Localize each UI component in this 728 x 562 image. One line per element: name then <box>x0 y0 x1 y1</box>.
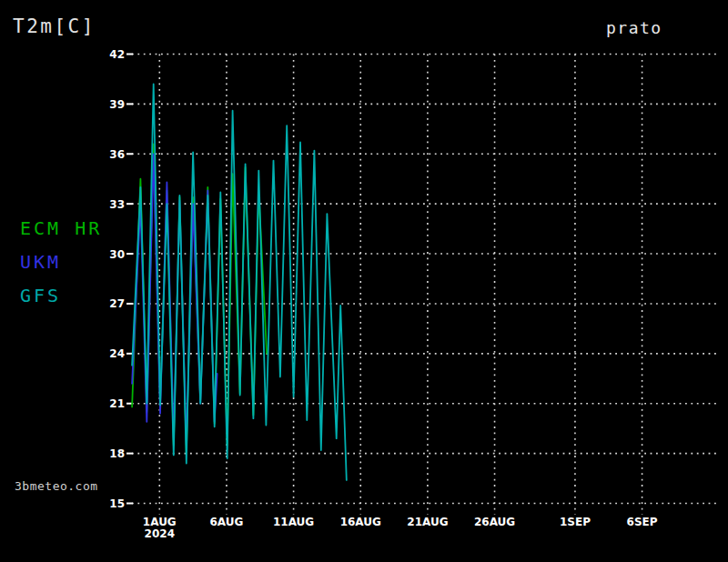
x-tick-label: 26AUG <box>474 516 515 528</box>
y-tick-label: 39 <box>109 98 125 111</box>
y-tick-label: 27 <box>109 297 125 310</box>
y-tick-label: 21 <box>109 397 125 410</box>
y-tick-label: 30 <box>109 248 125 261</box>
legend-item-gfs: GFS <box>20 286 102 319</box>
y-tick-label: 24 <box>109 347 125 360</box>
chart-title: T2m[C] <box>13 15 96 37</box>
y-tick-label: 33 <box>109 198 125 211</box>
y-tick-label: 36 <box>109 148 125 161</box>
y-tick-label: 42 <box>109 48 125 61</box>
x-tick-label: 6SEP <box>627 516 658 528</box>
series-line-gfs <box>132 84 347 480</box>
x-tick-label: 1AUG <box>143 516 177 528</box>
legend-item-ukm: UKM <box>20 252 102 286</box>
x-tick-sublabel: 2024 <box>145 527 175 540</box>
x-tick-label: 6AUG <box>210 516 244 528</box>
legend-item-ecm-hr: ECM HR <box>20 218 102 252</box>
watermark-3bmeteo: 3bmeteo.com <box>15 479 98 493</box>
x-tick-label: 11AUG <box>273 516 314 528</box>
meteogram: 151821242730333639421AUG20246AUG11AUG16A… <box>0 0 728 562</box>
x-tick-label: 16AUG <box>340 516 381 528</box>
y-tick-label: 15 <box>109 497 125 510</box>
location-label: prato <box>606 18 662 37</box>
chart-legend: ECM HR UKM GFS <box>20 218 102 319</box>
x-tick-label: 21AUG <box>407 516 448 528</box>
y-tick-label: 18 <box>109 447 125 460</box>
x-tick-label: 1SEP <box>560 516 591 528</box>
chart-canvas: 151821242730333639421AUG20246AUG11AUG16A… <box>0 0 728 562</box>
